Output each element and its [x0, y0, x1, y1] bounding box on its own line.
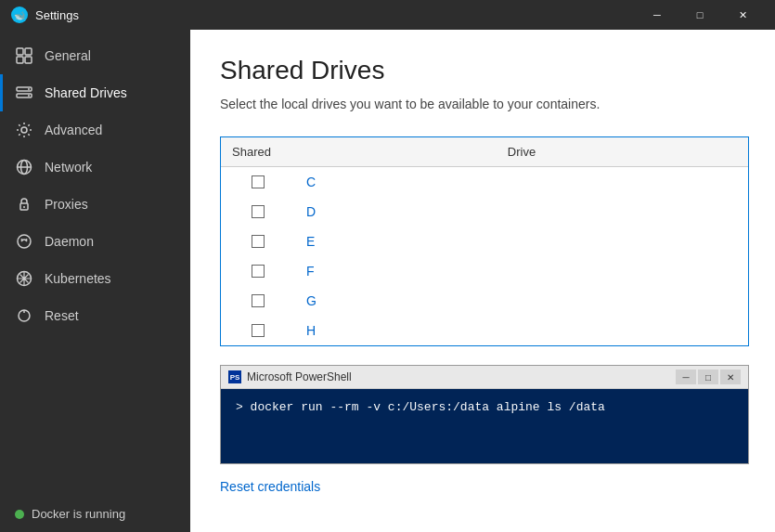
- titlebar: 🐋 Settings ─ □ ✕: [0, 0, 775, 30]
- drive-letter-F: F: [295, 260, 748, 282]
- drive-checkbox-G[interactable]: [252, 294, 265, 307]
- general-icon: [15, 46, 33, 65]
- sidebar-item-advanced-label: Advanced: [45, 123, 102, 137]
- table-row: C: [221, 167, 748, 197]
- window-controls: ─ □ ✕: [636, 0, 764, 30]
- svg-point-17: [21, 239, 23, 240]
- reset-credentials-link[interactable]: Reset credentials: [220, 479, 745, 494]
- col-drive-header: Drive: [295, 137, 748, 166]
- drive-checkbox-cell: [221, 235, 295, 248]
- sidebar-item-general[interactable]: General: [0, 37, 190, 74]
- app-body: General Shared Drives Advanced: [0, 30, 775, 532]
- network-icon: [15, 158, 33, 176]
- terminal-command: > docker run --rm -v c:/Users:/data alpi…: [236, 400, 605, 414]
- terminal-close-btn[interactable]: ✕: [720, 370, 741, 384]
- svg-point-16: [18, 235, 31, 248]
- status-dot: [15, 510, 24, 519]
- sidebar-item-reset[interactable]: Reset: [0, 297, 190, 334]
- svg-point-8: [28, 88, 30, 90]
- page-title: Shared Drives: [220, 56, 745, 85]
- sidebar-item-shared-drives[interactable]: Shared Drives: [0, 74, 190, 111]
- shared-drives-icon: [15, 84, 33, 102]
- svg-point-15: [23, 206, 25, 208]
- sidebar-item-daemon-label: Daemon: [45, 234, 94, 249]
- svg-rect-3: [25, 48, 32, 55]
- sidebar-item-network-label: Network: [45, 160, 92, 175]
- table-row: E: [221, 227, 748, 256]
- drive-checkbox-cell: [221, 175, 295, 188]
- sidebar-item-general-label: General: [45, 48, 91, 63]
- terminal-body: > docker run --rm -v c:/Users:/data alpi…: [221, 389, 748, 463]
- drives-table: Shared Drive C D E F: [220, 136, 749, 346]
- svg-rect-4: [17, 57, 23, 63]
- sidebar-item-reset-label: Reset: [45, 308, 79, 323]
- daemon-icon: [15, 232, 33, 251]
- drive-letter-D: D: [295, 201, 748, 223]
- drive-checkbox-C[interactable]: [252, 175, 265, 188]
- sidebar-item-kubernetes-label: Kubernetes: [45, 271, 111, 286]
- app-title: Settings: [35, 8, 636, 22]
- sidebar-item-daemon[interactable]: Daemon: [0, 223, 190, 260]
- drive-letter-G: G: [295, 290, 748, 312]
- page-subtitle: Select the local drives you want to be a…: [220, 95, 745, 114]
- status-text: Docker is running: [32, 507, 125, 521]
- drive-checkbox-cell: [221, 324, 295, 337]
- drive-checkbox-cell: [221, 205, 295, 218]
- close-button[interactable]: ✕: [721, 0, 764, 30]
- proxies-icon: [15, 195, 33, 214]
- table-row: G: [221, 286, 748, 316]
- svg-point-9: [28, 95, 30, 97]
- sidebar-item-kubernetes[interactable]: Kubernetes: [0, 260, 190, 297]
- drive-checkbox-F[interactable]: [252, 265, 265, 278]
- maximize-button[interactable]: □: [678, 0, 721, 30]
- terminal-controls: ─ □ ✕: [676, 370, 741, 384]
- table-row: D: [221, 197, 748, 227]
- drive-letter-H: H: [295, 319, 748, 342]
- sidebar-item-proxies[interactable]: Proxies: [0, 186, 190, 223]
- main-content: Shared Drives Select the local drives yo…: [190, 30, 775, 532]
- sidebar-item-shared-drives-label: Shared Drives: [45, 85, 127, 100]
- drive-checkbox-D[interactable]: [252, 205, 265, 218]
- kubernetes-icon: [15, 269, 33, 288]
- table-body: C D E F G H: [221, 167, 748, 345]
- sidebar-item-network[interactable]: Network: [0, 149, 190, 186]
- svg-point-10: [21, 127, 27, 133]
- terminal-title: Microsoft PowerShell: [247, 370, 676, 383]
- sidebar-footer: Docker is running: [0, 496, 190, 532]
- drive-checkbox-cell: [221, 294, 295, 307]
- minimize-button[interactable]: ─: [636, 0, 678, 30]
- sidebar-item-advanced[interactable]: Advanced: [0, 111, 190, 149]
- table-header: Shared Drive: [221, 137, 748, 167]
- svg-text:🐋: 🐋: [14, 9, 26, 21]
- table-row: H: [221, 316, 748, 345]
- terminal-container: PS Microsoft PowerShell ─ □ ✕ > docker r…: [220, 365, 749, 464]
- svg-rect-2: [17, 48, 23, 55]
- advanced-icon: [15, 121, 33, 139]
- drive-letter-E: E: [295, 230, 748, 253]
- titlebar-docker-icon: 🐋: [11, 6, 28, 23]
- drive-checkbox-cell: [221, 265, 295, 278]
- col-shared-header: Shared: [221, 137, 295, 166]
- terminal-maximize-btn[interactable]: □: [698, 370, 718, 384]
- drive-letter-C: C: [295, 171, 748, 193]
- reset-icon: [15, 306, 33, 325]
- table-row: F: [221, 256, 748, 286]
- sidebar-item-proxies-label: Proxies: [45, 197, 88, 212]
- drive-checkbox-E[interactable]: [252, 235, 265, 248]
- terminal-titlebar: PS Microsoft PowerShell ─ □ ✕: [221, 366, 748, 389]
- drive-checkbox-H[interactable]: [252, 324, 265, 337]
- sidebar: General Shared Drives Advanced: [0, 30, 190, 532]
- svg-rect-5: [25, 57, 32, 63]
- powershell-icon: PS: [228, 370, 241, 383]
- svg-point-18: [26, 239, 28, 240]
- terminal-minimize-btn[interactable]: ─: [676, 370, 696, 384]
